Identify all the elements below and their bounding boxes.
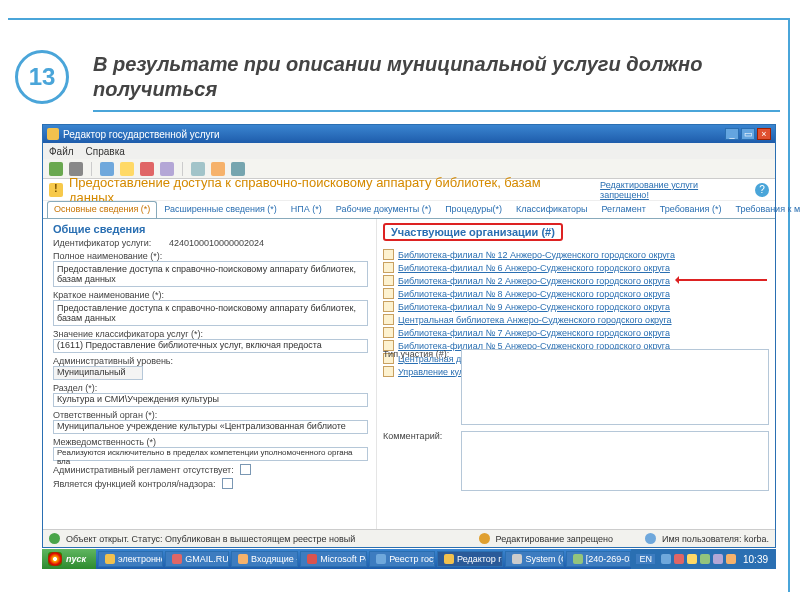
clock: 10:39 [739,554,772,565]
tray-icon[interactable] [687,554,697,564]
label-classifier: Значение классификатора услуг (*): [53,329,368,339]
field-fullname[interactable]: Предоставление доступа к справочно-поиск… [53,261,368,287]
tab-req[interactable]: Требования (*) [653,201,729,218]
label-respbody: Ответственный орган (*): [53,410,368,420]
delete-icon[interactable] [140,162,154,176]
task-item[interactable]: Входящие - … [231,551,298,567]
tab-proc[interactable]: Процедуры(*) [438,201,509,218]
field-shortname[interactable]: Предоставление доступа к справочно-поиск… [53,300,368,326]
org-item[interactable]: Библиотека-филиал № 12 Анжеро-Судженског… [383,248,769,261]
tray-icon[interactable] [726,554,736,564]
annotation-arrow [677,279,767,281]
tab-reg[interactable]: Регламент [595,201,653,218]
label-shortname: Краткое наименование (*): [53,290,368,300]
notice-link[interactable]: Редактирование услуги запрещено! [600,180,749,200]
status-bar: Объект открыт. Статус: Опубликован в выш… [43,529,775,547]
app-window: Редактор государственной услуги _ ▭ × Фа… [42,124,776,548]
menu-file[interactable]: Файл [49,146,74,157]
close-button[interactable]: × [757,128,771,140]
task-icon [376,554,386,564]
right-lower: Тип участия (#): Комментарий: [383,349,769,491]
help-badge[interactable]: ? [755,183,769,197]
tray-icon[interactable] [661,554,671,564]
org-icon [383,249,394,260]
tray-icon[interactable] [713,554,723,564]
content-area: Общие сведения Идентификатор услуги: 424… [43,219,775,529]
task-icon [512,554,522,564]
slide-number: 13 [15,50,69,104]
tab-place[interactable]: Требования к местам предоставления [728,201,800,218]
help-icon[interactable] [231,162,245,176]
menu-help[interactable]: Справка [86,146,125,157]
org-item[interactable]: Библиотека-филиал № 8 Анжеро-Судженского… [383,287,769,300]
export-icon[interactable] [211,162,225,176]
task-item[interactable]: электронно… [98,551,163,567]
slide-title: В результате при описании муниципальной … [93,50,780,112]
tray-icon[interactable] [700,554,710,564]
label-inter: Межведомственность (*) [53,437,368,447]
org-item[interactable]: Центральная библиотека Анжеро-Судженског… [383,313,769,326]
task-item[interactable]: [240-269-03… [566,551,632,567]
task-item-active[interactable]: Редактор го… [437,551,503,567]
copy-icon[interactable] [120,162,134,176]
field-classifier[interactable]: (1611) Предоставление библиотечных услуг… [53,339,368,353]
minimize-button[interactable]: _ [725,128,739,140]
tab-docs[interactable]: Рабочие документы (*) [329,201,438,218]
print-icon[interactable] [100,162,114,176]
org-item[interactable]: Библиотека-филиал № 6 Анжеро-Судженского… [383,261,769,274]
maximize-button[interactable]: ▭ [741,128,755,140]
tab-class[interactable]: Классификаторы [509,201,594,218]
checkbox-admin-absent[interactable] [240,464,251,475]
task-item[interactable]: Реестр госу… [369,551,435,567]
task-icon [105,554,115,564]
section-orgs: Участвующие организации (#) [383,223,563,241]
lang-indicator[interactable]: EN [635,553,656,565]
status-icon [49,533,60,544]
task-item[interactable]: Microsoft Po… [300,551,367,567]
task-icon [307,554,317,564]
doc-icon[interactable] [191,162,205,176]
notice-bar: Предоставление доступа к справочно-поиск… [43,179,775,201]
task-icon [573,554,583,564]
start-button[interactable]: пуск [42,549,96,569]
field-admlevel[interactable]: Муниципальный [53,366,143,380]
field-section[interactable]: Культура и СМИ\Учреждения культуры [53,393,368,407]
tab-main[interactable]: Основные сведения (*) [47,201,157,218]
label-section: Раздел (*): [53,383,368,393]
open-icon[interactable] [69,162,83,176]
field-comment[interactable] [461,431,769,491]
menu-bar: Файл Справка [43,143,775,159]
label-id: Идентификатор услуги: [53,238,163,248]
left-panel: Общие сведения Идентификатор услуги: 424… [43,219,377,529]
org-item[interactable]: Библиотека-филиал № 7 Анжеро-Судженского… [383,326,769,339]
status-text: Объект открыт. Статус: Опубликован в выш… [66,534,355,544]
label-admin-absent: Административный регламент отсутствует: [53,465,234,475]
field-inter[interactable]: Реализуются исключительно в пределах ком… [53,447,368,461]
task-item[interactable]: GMAIL.RU … [165,551,229,567]
label-control: Является функцией контроля/надзора: [53,479,216,489]
windows-icon [48,552,62,566]
tool-icon[interactable] [160,162,174,176]
notice-title: Предоставление доступа к справочно-поиск… [69,175,588,205]
field-respbody[interactable]: Муниципальное учреждение культуры «Центр… [53,420,368,434]
warning-icon [49,183,63,197]
tab-npa[interactable]: НПА (*) [284,201,329,218]
field-type[interactable] [461,349,769,425]
org-icon [383,314,394,325]
right-panel: Участвующие организации (#) Библиотека-ф… [377,219,775,529]
label-type: Тип участия (#): [383,349,453,359]
tab-ext[interactable]: Расширенные сведения (*) [157,201,284,218]
org-item[interactable]: Библиотека-филиал № 9 Анжеро-Судженского… [383,300,769,313]
tray-icon[interactable] [674,554,684,564]
task-item[interactable]: System (C:) [505,551,563,567]
org-icon [383,327,394,338]
slide-header: 13 В результате при описании муниципальн… [15,50,780,112]
task-icon [444,554,454,564]
save-icon[interactable] [49,162,63,176]
org-icon [383,301,394,312]
user-icon [645,533,656,544]
value-id: 4240100010000002024 [169,238,264,248]
checkbox-control[interactable] [222,478,233,489]
tab-strip: Основные сведения (*) Расширенные сведен… [43,201,775,219]
system-tray: EN 10:39 [631,549,776,569]
